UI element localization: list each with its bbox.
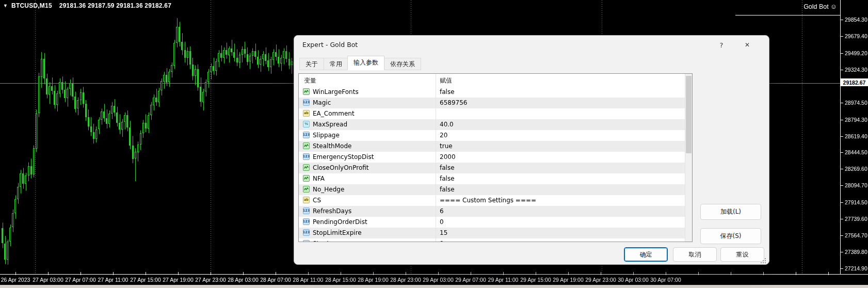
price-tick-label: 29854.30 <box>845 17 867 23</box>
param-row-ea_comment[interactable]: abEA_Comment <box>299 108 685 119</box>
price-tick-label: 29324.30 <box>845 67 867 73</box>
time-tick-label: 28 Apr 03:00 <box>228 277 259 283</box>
param-name: Magic <box>313 99 331 106</box>
input-parameters-table: 变量 赋值 WinLargeFontsfalse123Magic6589756a… <box>298 73 693 242</box>
table-header: 变量 赋值 <box>299 74 692 87</box>
tab-dependencies[interactable]: 依存关系 <box>384 58 421 70</box>
dialog-title: Expert - Gold Bot <box>302 41 358 49</box>
param-value[interactable]: true <box>440 142 453 150</box>
param-name: StealthMode <box>313 142 351 150</box>
param-value[interactable]: 6589756 <box>440 99 467 106</box>
param-row-cs[interactable]: abCS==== Custom Settings ==== <box>299 195 685 206</box>
time-tick-label: 26 Apr 2023 <box>1 277 30 283</box>
param-row-closeonlyonprofit[interactable]: CloseOnlyOnProfitfalse <box>299 163 685 173</box>
save-button[interactable]: 保存(S) <box>700 228 761 244</box>
price-tick-label: 27914.50 <box>845 199 867 205</box>
time-tick-label: 28 Apr 23:00 <box>390 277 421 283</box>
chart-ohlc-header: ▼BTCUSD,M1529181.36 29187.59 29181.36 29… <box>3 2 171 9</box>
expert-properties-dialog: Expert - Gold Bot ? ✕ 关于常用输入参数依存关系 变量 赋值… <box>294 35 769 265</box>
param-row-stealthmode[interactable]: StealthModetrue <box>299 141 685 152</box>
time-tick-label: 29 Apr 11:00 <box>488 277 519 283</box>
current-price-tag: 29182.67 <box>841 78 868 86</box>
param-value[interactable]: 20 <box>440 132 447 139</box>
param-name: No_Hedge <box>313 186 344 193</box>
param-value[interactable]: false <box>440 186 455 193</box>
price-tick-label: 28269.60 <box>845 166 867 172</box>
param-value[interactable]: 0 <box>440 218 444 226</box>
param-row-maxspread[interactable]: ½MaxSpread40.0 <box>299 119 685 130</box>
param-row-no_hedge[interactable]: No_Hedgefalse <box>299 184 685 195</box>
price-tick-label: 28094.70 <box>845 182 867 188</box>
param-value[interactable]: 0 <box>440 240 444 242</box>
time-tick-label: 27 Apr 23:00 <box>195 277 226 283</box>
tab-about[interactable]: 关于 <box>299 58 324 70</box>
time-tick-label: 27 Apr 11:00 <box>98 277 128 283</box>
param-row-slippage[interactable]: 123Slippage20 <box>299 130 685 141</box>
param-name: CS <box>313 197 321 204</box>
reset-button[interactable]: 重设 <box>720 247 764 262</box>
bool-type-icon <box>303 164 310 171</box>
load-button[interactable]: 加载(L) <box>700 204 761 220</box>
param-value[interactable]: 40.0 <box>440 121 454 128</box>
param-row-stoploss[interactable]: 123StopLoss0 <box>299 238 685 242</box>
column-divider[interactable] <box>436 74 436 242</box>
time-tick-label: 30 Apr 03:00 <box>618 277 649 283</box>
double-type-icon: ½ <box>303 121 310 127</box>
param-row-pendingorderdist[interactable]: 123PendingOrderDist0 <box>299 217 685 228</box>
time-tick-label: 29 Apr 15:00 <box>520 277 551 283</box>
int-type-icon: 123 <box>303 218 310 225</box>
param-value[interactable]: false <box>440 88 455 95</box>
param-row-stoplimitexpire[interactable]: 123StopLimitExpire15 <box>299 228 685 238</box>
int-type-icon: 123 <box>303 229 310 236</box>
param-row-winlargefonts[interactable]: WinLargeFontsfalse <box>299 87 685 98</box>
tab-common[interactable]: 常用 <box>324 58 348 70</box>
time-tick-label: 27 Apr 15:00 <box>130 277 161 283</box>
bool-type-icon <box>303 175 310 182</box>
table-rows: WinLargeFontsfalse123Magic6589756abEA_Co… <box>299 87 685 242</box>
chart-dropdown-icon[interactable]: ▼ <box>3 3 8 8</box>
param-row-emergencystopdist[interactable]: 123EmergencyStopDist2000 <box>299 152 685 163</box>
param-row-refreshdays[interactable]: 123RefreshDays6 <box>299 206 685 217</box>
int-type-icon: 123 <box>303 132 310 138</box>
column-header-variable: 变量 <box>304 76 316 85</box>
table-scrollbar[interactable] <box>685 74 692 242</box>
time-tick-label: 29 Apr 19:00 <box>553 277 584 283</box>
param-value[interactable]: 6 <box>440 207 444 215</box>
time-tick-label: 27 Apr 07:00 <box>65 277 96 283</box>
param-value[interactable]: false <box>440 164 455 171</box>
time-tick-label: 27 Apr 19:00 <box>163 277 194 283</box>
dialog-titlebar[interactable]: Expert - Gold Bot ? ✕ <box>294 36 769 54</box>
time-tick-label: 28 Apr 19:00 <box>358 277 389 283</box>
param-row-magic[interactable]: 123Magic6589756 <box>299 98 685 108</box>
int-type-icon: 123 <box>303 99 310 106</box>
param-value[interactable]: 2000 <box>440 153 456 161</box>
bool-type-icon <box>303 186 310 193</box>
price-tick-label: 27564.70 <box>845 232 867 238</box>
price-tick-label: 27214.90 <box>845 265 867 271</box>
param-name: RefreshDays <box>313 207 351 215</box>
price-tick-label: 29679.40 <box>845 33 867 39</box>
price-tick-label: 27389.80 <box>845 249 867 255</box>
param-value[interactable]: 15 <box>440 229 447 236</box>
param-row-nfa[interactable]: NFAfalse <box>299 173 685 184</box>
bool-type-icon <box>303 88 310 95</box>
time-tick-label: 29 Apr 07:00 <box>455 277 486 283</box>
time-tick-label: 29 Apr 03:00 <box>423 277 454 283</box>
chart-symbol-period: BTCUSD,M15 <box>11 2 52 9</box>
param-name: EmergencyStopDist <box>313 153 374 161</box>
help-button[interactable]: ? <box>711 38 732 52</box>
int-type-icon: 123 <box>303 153 310 160</box>
window-bottom-edge <box>0 285 868 288</box>
param-value[interactable]: ==== Custom Settings ==== <box>440 197 536 204</box>
param-name: StopLimitExpire <box>313 229 362 236</box>
resize-grip[interactable] <box>760 256 766 262</box>
tab-inputs[interactable]: 输入参数 <box>347 56 384 70</box>
column-header-value: 赋值 <box>440 76 452 85</box>
price-tick-label: 28619.40 <box>845 133 867 139</box>
scrollbar-thumb[interactable] <box>686 76 692 153</box>
ok-button[interactable]: 确定 <box>624 247 668 262</box>
cancel-button[interactable]: 取消 <box>673 247 717 262</box>
time-tick-label: 28 Apr 15:00 <box>325 277 356 283</box>
close-icon[interactable]: ✕ <box>737 38 758 52</box>
param-value[interactable]: false <box>440 175 455 182</box>
